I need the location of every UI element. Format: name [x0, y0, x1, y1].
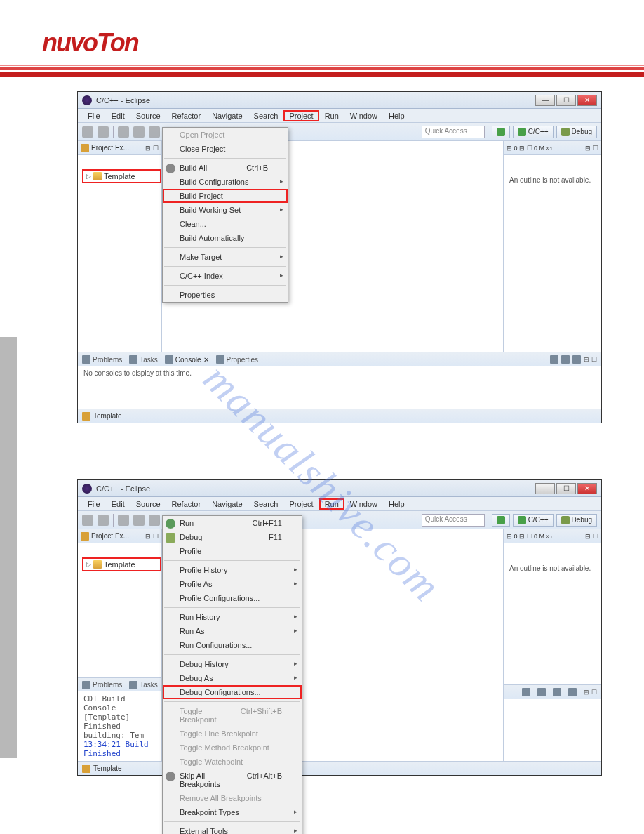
persp-ccpp[interactable]: C/C++	[513, 126, 554, 138]
menu-item-make-target[interactable]: Make Target	[163, 250, 288, 264]
console-tb-icon[interactable]	[572, 355, 581, 364]
menu-source[interactable]: Source	[130, 110, 166, 121]
tab-properties[interactable]: Properties	[216, 355, 259, 364]
menu-item-run[interactable]: RunCtrl+F11	[163, 516, 302, 530]
menu-item-build-configurations[interactable]: Build Configurations	[163, 175, 288, 189]
menu-item-debug-as[interactable]: Debug As	[163, 671, 302, 685]
pane-ctrl-icon[interactable]: ⊟ ☐	[584, 689, 597, 696]
tb-save-icon[interactable]	[98, 515, 109, 526]
menu-edit[interactable]: Edit	[106, 110, 130, 121]
menu-run[interactable]: Run	[319, 498, 344, 510]
pane-controls-icon[interactable]: ⊟ ☐	[145, 145, 159, 152]
menu-file[interactable]: File	[82, 110, 106, 121]
expand-arrow-icon: ▷	[86, 173, 91, 180]
menu-item-build-project[interactable]: Build Project	[163, 189, 288, 203]
menu-item-build-automatically[interactable]: Build Automatically	[163, 231, 288, 245]
pane-controls-icon[interactable]: ⊟ ☐	[145, 533, 159, 540]
menu-project[interactable]: Project	[283, 498, 318, 510]
tab-tasks[interactable]: Tasks	[129, 355, 158, 364]
persp-debug[interactable]: Debug	[556, 126, 597, 138]
menu-file[interactable]: File	[82, 498, 106, 510]
menu-item-close-project[interactable]: Close Project	[163, 142, 288, 156]
menu-navigate[interactable]: Navigate	[206, 498, 248, 510]
menu-shortcut: Ctrl+Shift+B	[241, 707, 282, 724]
menu-navigate[interactable]: Navigate	[206, 110, 248, 121]
persp-open[interactable]	[492, 126, 510, 138]
menu-run[interactable]: Run	[319, 110, 344, 121]
console-tb-icon[interactable]	[550, 355, 558, 364]
menu-item-properties[interactable]: Properties	[163, 288, 288, 302]
menu-window[interactable]: Window	[344, 110, 383, 121]
minimize-button[interactable]: —	[535, 95, 555, 106]
menu-item-debug-configurations[interactable]: Debug Configurations...	[163, 685, 302, 699]
tab-tasks-label: Tasks	[140, 681, 158, 689]
menu-item-profile-as[interactable]: Profile As	[163, 577, 302, 591]
tree-item-template[interactable]: ▷ Template	[82, 169, 161, 183]
menu-refactor[interactable]: Refactor	[166, 498, 207, 510]
menu-item-breakpoint-types[interactable]: Breakpoint Types	[163, 805, 302, 819]
quick-access[interactable]: Quick Access	[422, 514, 485, 527]
menu-separator	[164, 607, 300, 608]
minimize-button[interactable]: —	[535, 483, 555, 494]
quick-access[interactable]: Quick Access	[422, 126, 485, 138]
menu-item-profile-configurations[interactable]: Profile Configurations...	[163, 591, 302, 605]
menu-item-skip-all-breakpoints[interactable]: Skip All BreakpointsCtrl+Alt+B	[163, 769, 302, 791]
menu-edit[interactable]: Edit	[106, 498, 130, 510]
tb-new-icon[interactable]	[82, 126, 93, 138]
console-tb-icon[interactable]	[537, 688, 546, 696]
pane-ctrl-icon[interactable]: ⊟ ☐	[584, 356, 597, 363]
menu-item-run-as[interactable]: Run As	[163, 624, 302, 638]
persp-debug[interactable]: Debug	[556, 514, 597, 527]
persp-ccpp[interactable]: C/C++	[513, 514, 554, 527]
menu-item-clean[interactable]: Clean...	[163, 217, 288, 231]
window-title: C/C++ - Eclipse	[96, 484, 535, 493]
menu-item-label: Build All	[180, 164, 207, 172]
tab-problems[interactable]: Problems	[82, 681, 122, 689]
menu-item-profile[interactable]: Profile	[163, 544, 302, 558]
menu-project[interactable]: Project	[283, 110, 318, 121]
menu-refactor[interactable]: Refactor	[166, 110, 207, 121]
status-text: Template	[93, 764, 122, 772]
tab-problems[interactable]: Problems	[82, 355, 122, 364]
tb-save-icon[interactable]	[98, 126, 109, 138]
pane-ctrl-icon[interactable]: ⊟ ☐	[585, 533, 598, 540]
menu-help[interactable]: Help	[383, 110, 410, 121]
menu-item-profile-history[interactable]: Profile History	[163, 563, 302, 577]
ccpp-icon	[518, 128, 526, 136]
tb-run-icon[interactable]	[149, 126, 160, 138]
menu-item-run-history[interactable]: Run History	[163, 610, 302, 624]
close-button[interactable]: ✕	[577, 483, 597, 494]
menu-search[interactable]: Search	[248, 498, 284, 510]
menu-item-external-tools[interactable]: External Tools	[163, 824, 302, 834]
menu-item-debug[interactable]: DebugF11	[163, 530, 302, 544]
tb-debug-icon[interactable]	[133, 515, 145, 526]
menu-item-c-c-index[interactable]: C/C++ Index	[163, 269, 288, 283]
maximize-button[interactable]: ☐	[556, 483, 576, 494]
tb-build-icon[interactable]	[118, 515, 129, 526]
menu-window[interactable]: Window	[344, 498, 383, 510]
menu-item-build-working-set[interactable]: Build Working Set	[163, 203, 288, 217]
console-tb-icon[interactable]	[553, 688, 561, 696]
tab-tasks[interactable]: Tasks	[129, 681, 158, 689]
persp-open[interactable]	[492, 514, 510, 527]
close-button[interactable]: ✕	[577, 95, 597, 106]
maximize-button[interactable]: ☐	[556, 95, 576, 106]
tb-build-icon[interactable]	[118, 126, 129, 138]
menu-source[interactable]: Source	[130, 498, 166, 510]
menu-item-build-all[interactable]: Build AllCtrl+B	[163, 161, 288, 175]
menu-item-run-configurations[interactable]: Run Configurations...	[163, 638, 302, 652]
console-tb-icon[interactable]	[568, 688, 577, 696]
menu-item-debug-history[interactable]: Debug History	[163, 657, 302, 671]
tb-run-icon[interactable]	[149, 515, 160, 526]
pane-ctrl-icon[interactable]: ⊟ ☐	[585, 145, 598, 152]
menu-search[interactable]: Search	[248, 110, 284, 121]
console-tb-icon[interactable]	[561, 355, 570, 364]
tab-console[interactable]: Console ✕	[165, 355, 209, 364]
console-tb-icon[interactable]	[522, 688, 530, 696]
persp-open-icon	[497, 516, 505, 524]
menu-item-label: Properties	[180, 291, 215, 299]
tb-new-icon[interactable]	[82, 515, 93, 526]
tb-debug-icon[interactable]	[133, 126, 145, 138]
menu-help[interactable]: Help	[383, 498, 410, 510]
tree-item-template[interactable]: ▷ Template	[82, 557, 161, 571]
